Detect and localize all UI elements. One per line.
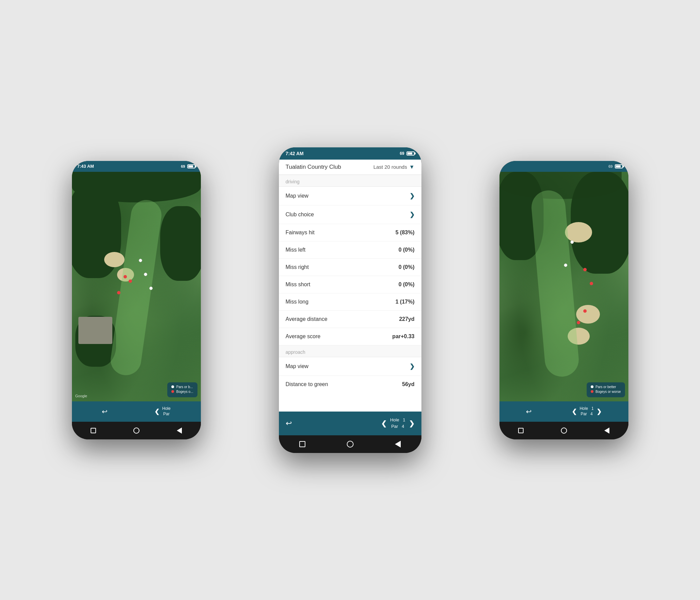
right-triangle-btn[interactable] — [604, 428, 609, 434]
approach-section-header: approach — [279, 345, 421, 357]
distance-green-row: Distance to green 56yd — [279, 376, 421, 393]
dot-red-3 — [117, 291, 120, 294]
right-hole-nav: ❮ Hole 1 Par 4 ❯ — [572, 406, 601, 417]
center-next-hole[interactable]: ❯ — [409, 419, 415, 428]
map-view-row[interactable]: Map view ❯ — [279, 187, 421, 205]
right-bottom-nav: ↩ ❮ Hole 1 Par 4 ❯ — [499, 401, 628, 422]
right-square-btn[interactable] — [518, 428, 524, 433]
right-bunker-1 — [565, 222, 592, 242]
left-legend: Pars or b... Bogeys o... — [167, 382, 197, 397]
avg-distance-row: Average distance 227yd — [279, 311, 421, 328]
right-dot-red-1 — [583, 268, 587, 271]
right-system-bar — [499, 422, 628, 439]
right-bunker-2 — [576, 305, 600, 324]
miss-left-row: Miss left 0 (0%) — [279, 241, 421, 259]
center-par-row: Par 4 — [390, 423, 405, 430]
left-system-bar — [72, 422, 201, 439]
dot-white-3 — [149, 287, 153, 290]
center-hole-nav: ❮ Hole 1 Par 4 ❯ — [381, 417, 415, 429]
right-battery-label: 69 — [608, 164, 612, 168]
center-triangle-btn[interactable] — [395, 441, 401, 448]
center-club-title: Tualatin Country Club — [286, 164, 341, 170]
center-circle-btn[interactable] — [347, 441, 354, 448]
dot-red-2 — [129, 279, 132, 283]
left-prev-hole[interactable]: ❮ — [154, 408, 159, 415]
driving-section-header: driving — [279, 175, 421, 187]
right-circle-btn[interactable] — [561, 428, 567, 434]
left-square-btn[interactable] — [91, 428, 96, 433]
right-legend: Pars or better Bogeys or worse — [587, 382, 625, 397]
left-map: Pars or b... Bogeys o... Google — [72, 172, 201, 401]
avg-score-row: Average score par+0.33 — [279, 328, 421, 345]
right-status-bar: 69 — [499, 161, 628, 172]
miss-long-row: Miss long 1 (17%) — [279, 293, 421, 311]
center-time: 7:42 AM — [286, 151, 304, 156]
left-phone: 7:43 AM 69 — [72, 161, 201, 439]
approach-map-view-row[interactable]: Map view ❯ — [279, 357, 421, 376]
fairways-hit-row: Fairways hit 5 (83%) — [279, 224, 421, 241]
left-google-label: Google — [75, 394, 87, 398]
center-rounds-dropdown[interactable]: Last 20 rounds ▼ — [373, 164, 414, 170]
scene: 7:43 AM 69 — [45, 29, 656, 572]
center-system-bar — [279, 435, 421, 453]
left-par-label: Par — [162, 412, 171, 417]
miss-right-row: Miss right 0 (0%) — [279, 259, 421, 276]
map-view-chevron: ❯ — [410, 192, 415, 200]
right-dot-white-1 — [570, 240, 574, 244]
left-time: 7:43 AM — [77, 164, 94, 169]
right-phone: 69 — [499, 161, 628, 439]
left-hole-nav: ❮ Hole Par — [154, 406, 171, 417]
center-back-btn[interactable]: ↩ — [286, 419, 292, 428]
center-prev-hole[interactable]: ❮ — [381, 419, 387, 428]
left-triangle-btn[interactable] — [177, 428, 182, 434]
right-prev-hole[interactable]: ❮ — [572, 408, 577, 415]
left-battery-label: 69 — [181, 164, 185, 168]
center-hole-row: Hole 1 — [390, 417, 405, 423]
center-battery-icon — [406, 151, 415, 156]
left-battery-icon — [187, 164, 195, 168]
right-par-label: Par 4 — [580, 412, 593, 417]
right-map: Pars or better Bogeys or worse — [499, 172, 628, 401]
miss-short-row: Miss short 0 (0%) — [279, 276, 421, 293]
right-next-hole[interactable]: ❯ — [597, 408, 602, 415]
right-hole-label: Hole 1 — [580, 406, 593, 412]
approach-map-chevron: ❯ — [410, 363, 415, 370]
left-bunker-1 — [104, 252, 125, 267]
center-status-bar: 7:42 AM 69 — [279, 147, 421, 160]
right-battery-icon — [615, 164, 623, 168]
center-list: driving Map view ❯ Club choice ❯ Fairway… — [279, 175, 421, 412]
dropdown-arrow-icon: ▼ — [409, 164, 415, 170]
club-choice-chevron: ❯ — [410, 211, 415, 218]
center-square-btn[interactable] — [299, 441, 305, 447]
left-hole-label: Hole — [162, 406, 171, 412]
center-battery-label: 69 — [400, 151, 404, 156]
center-header: Tualatin Country Club Last 20 rounds ▼ — [279, 160, 421, 175]
right-dot-red-3 — [583, 309, 587, 313]
dot-white-1 — [139, 259, 142, 262]
left-back-btn[interactable]: ↩ — [102, 407, 108, 416]
left-circle-btn[interactable] — [133, 428, 139, 434]
right-back-btn[interactable]: ↩ — [526, 407, 532, 416]
center-phone: 7:42 AM 69 Tualatin Country Club Last 20… — [279, 147, 421, 453]
right-dot-red-2 — [590, 282, 593, 285]
left-bottom-nav: ↩ ❮ Hole Par — [72, 401, 201, 422]
center-bottom-nav: ↩ ❮ Hole 1 Par 4 ❯ — [279, 412, 421, 435]
right-dot-red-4 — [577, 321, 580, 324]
club-choice-row[interactable]: Club choice ❯ — [279, 205, 421, 224]
